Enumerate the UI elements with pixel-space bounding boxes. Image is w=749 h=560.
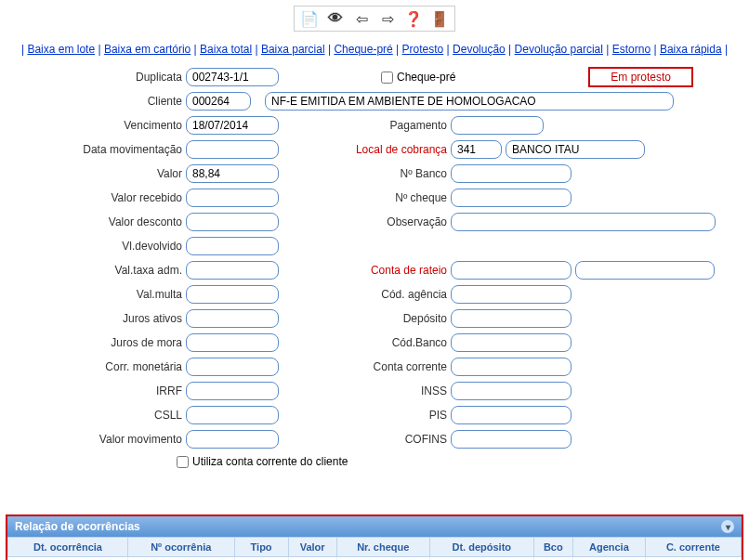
valor-label: Valor xyxy=(19,167,186,180)
valor-input[interactable] xyxy=(186,164,279,183)
link-estorno[interactable]: Estorno xyxy=(612,43,650,56)
new-icon[interactable]: 📄 xyxy=(298,8,321,29)
cell-dt-ocorrencia: 18/07/2014 xyxy=(8,557,128,561)
cell-c-corrente xyxy=(645,557,741,561)
link-devolucao-parcial[interactable]: Devolução parcial xyxy=(515,43,603,56)
cheque-pre-checkbox[interactable] xyxy=(381,72,393,84)
valor-recebido-input[interactable] xyxy=(186,189,279,207)
link-baixa-rapida[interactable]: Baixa rápida xyxy=(660,43,722,56)
occurrences-table: Dt. ocorrência Nº ocorrênia Tipo Valor N… xyxy=(7,537,742,560)
cell-valor xyxy=(288,557,336,561)
val-taxa-adm-input[interactable] xyxy=(186,261,279,280)
cheque-pre-checkbox-wrap[interactable]: Cheque-pré xyxy=(381,71,455,84)
utiliza-cc-checkbox[interactable] xyxy=(177,456,189,468)
corr-monetaria-input[interactable] xyxy=(186,358,279,376)
csll-input[interactable] xyxy=(186,406,279,424)
link-cheque-pre[interactable]: Cheque-pré xyxy=(334,43,392,56)
link-baixa-parcial[interactable]: Baixa parcial xyxy=(261,43,325,56)
data-mov-label: Data movimentação xyxy=(19,143,186,156)
cell-bco xyxy=(533,557,572,561)
data-mov-input[interactable] xyxy=(186,140,279,159)
cod-agencia-input[interactable] xyxy=(451,285,572,304)
pagamento-input[interactable] xyxy=(451,116,544,135)
vencimento-input[interactable] xyxy=(186,116,279,135)
cofins-input[interactable] xyxy=(451,430,572,449)
corr-monetaria-label: Corr. monetária xyxy=(19,360,186,373)
link-baixa-total[interactable]: Baixa total xyxy=(200,43,252,56)
pis-input[interactable] xyxy=(451,406,572,424)
conta-rateio-nome-input[interactable] xyxy=(575,261,715,280)
col-nr-cheque[interactable]: Nr. cheque xyxy=(336,538,429,557)
grid-title-text: Relação de ocorrências xyxy=(15,520,140,533)
inss-input[interactable] xyxy=(451,382,572,400)
link-devolucao[interactable]: Devolução xyxy=(453,43,506,56)
links-bar: | Baixa em lote | Baixa em cartório | Ba… xyxy=(0,37,749,67)
local-cobranca-cod-input[interactable] xyxy=(451,140,502,159)
col-valor[interactable]: Valor xyxy=(288,538,336,557)
collapse-icon[interactable]: ▾ xyxy=(721,520,734,533)
conta-rateio-label: Conta de rateio xyxy=(353,264,451,277)
irrf-label: IRRF xyxy=(19,384,186,397)
local-cobranca-label: Local de cobrança xyxy=(353,143,451,156)
inss-label: INSS xyxy=(353,384,451,397)
conta-rateio-cod-input[interactable] xyxy=(451,261,572,280)
link-baixa-lote[interactable]: Baixa em lote xyxy=(27,43,95,56)
juros-mora-input[interactable] xyxy=(186,333,279,352)
valor-desconto-input[interactable] xyxy=(186,213,279,231)
toolbar-icons: 📄 👁 ⇦ ⇨ ❓ 🚪 xyxy=(294,6,455,32)
col-bco[interactable]: Bco xyxy=(533,538,572,557)
table-row[interactable]: 18/07/2014 24147 PROT 18/07/2014 xyxy=(8,557,742,561)
vencimento-label: Vencimento xyxy=(19,119,186,132)
cell-dt-deposito: 18/07/2014 xyxy=(429,557,533,561)
duplicata-input[interactable] xyxy=(186,68,279,86)
csll-label: CSLL xyxy=(19,409,186,422)
pis-label: PIS xyxy=(353,409,451,422)
status-badge: Em protesto xyxy=(588,67,693,87)
n-cheque-label: Nº cheque xyxy=(353,191,451,204)
grid-title-bar: Relação de ocorrências ▾ xyxy=(7,516,742,537)
col-n-ocorrencia[interactable]: Nº ocorrênia xyxy=(127,538,234,557)
valor-movimento-label: Valor movimento xyxy=(19,433,186,446)
next-icon[interactable]: ⇨ xyxy=(376,8,399,29)
conta-corrente-label: Conta corrente xyxy=(353,360,451,373)
cheque-pre-checkbox-label: Cheque-pré xyxy=(397,71,455,84)
search-icon[interactable]: 👁 xyxy=(324,8,347,29)
cell-tipo: PROT xyxy=(234,557,288,561)
n-banco-input[interactable] xyxy=(451,164,572,183)
deposito-input[interactable] xyxy=(451,309,572,328)
juros-mora-label: Juros de mora xyxy=(19,336,186,349)
cod-agencia-label: Cód. agência xyxy=(353,288,451,301)
valor-desconto-label: Valor desconto xyxy=(19,215,186,228)
col-dt-deposito[interactable]: Dt. depósito xyxy=(429,538,533,557)
irrf-input[interactable] xyxy=(186,382,279,400)
duplicata-label: Duplicata xyxy=(19,71,186,84)
help-icon[interactable]: ❓ xyxy=(402,8,425,29)
col-c-corrente[interactable]: C. corrente xyxy=(645,538,741,557)
n-cheque-input[interactable] xyxy=(451,189,572,207)
col-dt-ocorrencia[interactable]: Dt. ocorrência xyxy=(8,538,128,557)
link-baixa-cartorio[interactable]: Baixa em cartório xyxy=(104,43,191,56)
conta-corrente-input[interactable] xyxy=(451,358,572,376)
cell-nr-cheque xyxy=(336,557,429,561)
prev-icon[interactable]: ⇦ xyxy=(350,8,373,29)
cliente-nome-input[interactable] xyxy=(265,92,674,111)
cod-banco-input[interactable] xyxy=(451,333,572,352)
cod-banco-label: Cód.Banco xyxy=(353,336,451,349)
val-multa-input[interactable] xyxy=(186,285,279,304)
vl-devolvido-input[interactable] xyxy=(186,237,279,255)
observacao-label: Observação xyxy=(353,215,451,228)
form-area: Duplicata Cheque-pré Em protesto Cliente… xyxy=(0,67,749,468)
valor-movimento-input[interactable] xyxy=(186,430,279,449)
col-tipo[interactable]: Tipo xyxy=(234,538,288,557)
cliente-cod-input[interactable] xyxy=(186,92,251,111)
val-multa-label: Val.multa xyxy=(19,288,186,301)
juros-ativos-input[interactable] xyxy=(186,309,279,328)
col-agencia[interactable]: Agencia xyxy=(572,538,645,557)
local-cobranca-nome-input[interactable] xyxy=(506,140,645,159)
deposito-label: Depósito xyxy=(353,312,451,325)
pagamento-label: Pagamento xyxy=(353,119,451,132)
observacao-input[interactable] xyxy=(451,213,716,231)
val-taxa-adm-label: Val.taxa adm. xyxy=(19,264,186,277)
exit-icon[interactable]: 🚪 xyxy=(428,8,451,29)
link-protesto[interactable]: Protesto xyxy=(402,43,444,56)
